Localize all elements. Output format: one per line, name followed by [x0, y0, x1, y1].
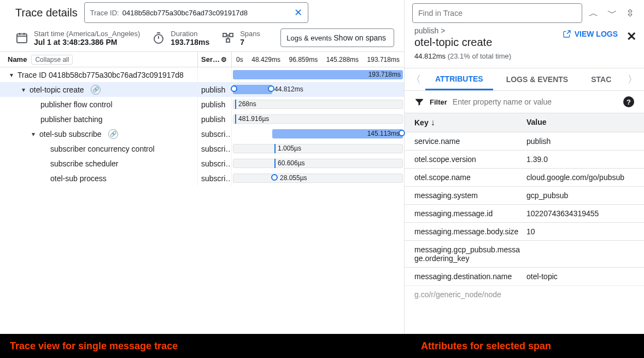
attribute-row[interactable]: messaging.systemgcp_pubsub — [405, 186, 644, 204]
svg-rect-0 — [17, 34, 27, 43]
caption-left: Trace view for single message trace — [10, 340, 178, 352]
span-service: publish — [198, 112, 232, 126]
timeline-tick: 48.429ms — [251, 56, 280, 63]
attribute-row[interactable]: otel.scope.version1.39.0 — [405, 150, 644, 168]
start-time-value: Jul 1 at 3:48:23.386 PM — [34, 38, 140, 47]
span-row[interactable]: ▾otel-topic create 🔗 publish 44.812ms — [0, 82, 404, 97]
timeline-tick: 145.288ms — [326, 56, 359, 63]
span-row[interactable]: subscriber concurrency control subscri… … — [0, 141, 404, 156]
span-name: subscriber concurrency control — [50, 145, 155, 153]
spans-icon — [221, 31, 235, 44]
column-header-name[interactable]: Name — [8, 55, 27, 63]
start-time-label: Start time (America/Los_Angeles) — [34, 30, 140, 38]
settings-icon[interactable]: ⚙ — [221, 56, 227, 63]
span-name: otel-topic create — [30, 85, 84, 94]
open-in-new-icon — [563, 30, 571, 38]
span-service: subscri… — [198, 156, 232, 171]
span-name: publisher batching — [40, 115, 103, 124]
logs-events-select[interactable]: Logs & events Show on spans — [280, 28, 394, 47]
span-service: publish — [198, 82, 232, 97]
span-row[interactable]: publisher batching publish 481.916µs — [0, 112, 404, 126]
attribute-row[interactable]: messaging.gcp_pubsub.message.ordering_ke… — [405, 240, 644, 267]
column-header-service[interactable]: Ser… — [201, 55, 220, 63]
filter-input[interactable] — [453, 97, 618, 106]
span-name: subscribe scheduler — [50, 159, 119, 168]
span-service: publish — [198, 97, 232, 112]
help-icon[interactable]: ? — [623, 96, 634, 107]
chevron-down-icon[interactable]: ▾ — [30, 130, 37, 138]
span-row-root[interactable]: ▾Trace ID 0418b58cb775a30bc76ad73c091917… — [0, 67, 404, 82]
arrow-down-icon[interactable]: ↓ — [431, 118, 435, 127]
page-title: Trace details — [15, 7, 78, 19]
detail-duration: 44.812ms — [414, 52, 446, 60]
span-service: subscri… — [198, 126, 232, 141]
caption-right: Attributes for selected span — [421, 340, 551, 352]
span-duration: 145.113ms — [367, 129, 400, 138]
span-row[interactable]: ▾otel-sub subscribe 🔗 subscri… 145.113ms — [0, 126, 404, 141]
duration-label: Duration — [171, 30, 209, 38]
span-row[interactable]: otel-sub process subscri… 28.055µs — [0, 171, 404, 186]
find-in-trace-input[interactable] — [412, 3, 582, 23]
timeline-tick: 193.718ms — [367, 56, 400, 63]
trace-id-value: 0418b58cb775a30bc76ad73c091917d8 — [122, 9, 291, 17]
link-icon: 🔗 — [108, 129, 118, 139]
svg-rect-8 — [230, 33, 233, 37]
chevron-down-icon[interactable]: ﹀ — [605, 5, 619, 21]
span-name: publisher flow control — [40, 100, 113, 109]
chevron-down-icon[interactable]: ▾ — [8, 71, 15, 79]
span-service — [198, 67, 232, 82]
attribute-row[interactable]: messaging.message.body.size10 — [405, 222, 644, 240]
span-duration: 60.606µs — [278, 159, 305, 168]
collapse-all-button[interactable]: Collapse all — [31, 55, 73, 65]
tab-attributes[interactable]: ATTRIBUTES — [425, 68, 493, 90]
link-icon: 🔗 — [91, 85, 101, 95]
attribute-row[interactable]: otel.scope.namecloud.google.com/go/pubsu… — [405, 168, 644, 186]
spans-value: 7 — [240, 38, 260, 47]
attribute-row[interactable]: messaging.destination.nameotel-topic — [405, 267, 644, 285]
filter-label: Filter — [430, 98, 447, 106]
stopwatch-icon — [152, 31, 165, 44]
spans-label: Spans — [240, 30, 260, 38]
duration-value: 193.718ms — [171, 38, 209, 47]
span-duration: 193.718ms — [368, 70, 401, 79]
detail-pct: (23.1% of total time) — [448, 52, 511, 60]
span-service: subscri… — [198, 141, 232, 156]
column-header-value[interactable]: Value — [526, 118, 634, 128]
attribute-row[interactable]: service.namepublish — [405, 132, 644, 150]
tab-logs-events[interactable]: LOGS & EVENTS — [496, 68, 578, 90]
span-duration: 1.005µs — [278, 144, 301, 153]
timeline-tick: 0s — [236, 56, 243, 63]
logs-events-value: Show on spans — [333, 33, 386, 42]
filter-icon — [414, 97, 424, 107]
svg-rect-7 — [223, 33, 226, 37]
chevron-left-icon[interactable]: 〈 — [410, 73, 422, 86]
column-header-key[interactable]: Key — [414, 118, 429, 127]
svg-rect-9 — [226, 39, 230, 42]
attribute-row[interactable]: g.co/r/generic_node/node — [405, 285, 644, 303]
span-duration: 28.055µs — [280, 174, 307, 183]
span-row[interactable]: subscribe scheduler subscri… 60.606µs — [0, 156, 404, 171]
span-name: Trace ID 0418b58cb775a30bc76ad73c091917d… — [17, 71, 184, 79]
calendar-icon — [15, 31, 28, 44]
span-name: otel-sub subscribe — [39, 130, 102, 138]
chevron-right-icon[interactable]: 〉 — [627, 73, 639, 86]
trace-id-input[interactable]: Trace ID: 0418b58cb775a30bc76ad73c091917… — [84, 2, 308, 23]
trace-id-label: Trace ID: — [90, 9, 119, 17]
close-icon[interactable]: ✕ — [627, 30, 636, 44]
logs-events-legend: Logs & events — [286, 34, 331, 42]
span-service: subscri… — [198, 171, 232, 186]
span-duration: 481.916µs — [238, 114, 269, 124]
span-duration: 44.812ms — [274, 85, 303, 94]
chevron-down-icon[interactable]: ▾ — [20, 86, 27, 94]
expand-icon[interactable]: ⇳ — [624, 6, 636, 20]
timeline-tick: 96.859ms — [289, 56, 318, 63]
span-duration: 268ns — [238, 100, 256, 109]
tab-stack[interactable]: STAC — [581, 68, 621, 90]
caption-bar: Trace view for single message trace Attr… — [0, 334, 644, 358]
close-icon[interactable]: ✕ — [294, 7, 302, 19]
attribute-row[interactable]: messaging.message.id10220743634319455 — [405, 204, 644, 222]
view-logs-button[interactable]: VIEW LOGS — [563, 30, 618, 38]
chevron-up-icon[interactable]: ︿ — [587, 5, 601, 21]
span-name: otel-sub process — [50, 174, 107, 183]
span-row[interactable]: publisher flow control publish 268ns — [0, 97, 404, 112]
